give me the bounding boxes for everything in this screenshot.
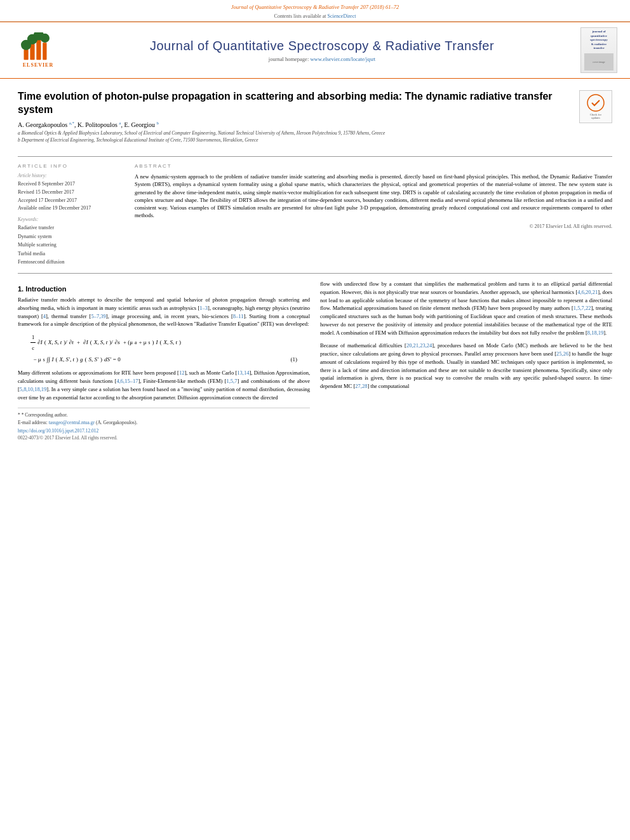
available-date: Available online 19 December 2017 (18, 204, 126, 213)
journal-citation: Journal of Quantitative Spectroscopy & R… (231, 4, 399, 10)
revised-date: Revised 15 December 2017 (18, 189, 126, 197)
check-updates-badge: Check forupdates (579, 90, 612, 123)
equation-number: (1) (291, 354, 298, 365)
abstract-col: ABSTRACT A new dynamic-system approach t… (135, 163, 612, 267)
paper-title-text: Time evolution of photon-pulse propagati… (18, 90, 573, 145)
equation-row-2: − μs ∫∫ I(X, S', t)g(S, S')dS' = 0 (1) (30, 354, 297, 365)
contents-label: Contents lists available at (274, 13, 326, 19)
article-info-col: ARTICLE INFO Article history: Received 8… (18, 163, 126, 267)
doi-link[interactable]: https://doi.org/10.1016/j.jqsrt.2017.12.… (18, 428, 98, 434)
article-info-header: ARTICLE INFO (18, 163, 126, 169)
elsevier-tree-icon (19, 32, 57, 61)
abstract-text: A new dynamic-system approach to the pro… (135, 173, 612, 220)
header-section: ELSEVIER Journal of Quantitative Spectro… (0, 22, 630, 79)
body-col-left: 1. Introduction Radiative transfer model… (18, 280, 310, 441)
top-journal-bar: Journal of Quantitative Spectroscopy & R… (0, 0, 630, 11)
elsevier-logo-area: ELSEVIER (13, 32, 64, 68)
keyword-4: Turbid media (18, 250, 126, 258)
body-col-right: flow with undirected flow by a constant … (320, 280, 612, 441)
accepted-date: Accepted 17 December 2017 (18, 197, 126, 205)
copyright-line: © 2017 Elsevier Ltd. All rights reserved… (135, 223, 612, 229)
footnote-area: * * Corresponding author. E-mail address… (18, 408, 310, 441)
article-content: Time evolution of photon-pulse propagati… (0, 79, 630, 441)
equation-row-1: 1c ∂I(X, S, t)/∂t + ∂I(X, S, t)/∂s + (μa… (30, 332, 297, 353)
sciencedirect-link[interactable]: ScienceDirect (328, 13, 356, 19)
affiliation-a: a Biomedical Optics & Applied Biophysics… (18, 130, 573, 137)
section-1-title: 1. Introduction (18, 285, 310, 293)
journal-title-center: Journal of Quantitative Spectroscopy & R… (72, 39, 572, 62)
authors-text: A. Georgakopoulos a,*, K. Politopoulos a… (18, 121, 159, 128)
journal-title-main: Journal of Quantitative Spectroscopy & R… (72, 39, 572, 53)
authors-line: A. Georgakopoulos a,*, K. Politopoulos a… (18, 121, 573, 128)
section-divider-1 (18, 156, 612, 157)
corresponding-author: * * Corresponding author. (18, 411, 310, 418)
page-wrapper: Journal of Quantitative Spectroscopy & R… (0, 0, 630, 840)
keyword-5: Femtosecond diffusion (18, 258, 126, 267)
corresponding-label: * Corresponding author. (22, 412, 68, 418)
email-suffix: (A. Georgakopoulos). (96, 420, 137, 425)
svg-rect-0 (24, 50, 29, 60)
keyword-3: Multiple scattering (18, 241, 126, 250)
intro-para-2: Many different solutions or approximatio… (18, 369, 310, 401)
fraction-1c: 1c (30, 332, 36, 353)
elsevier-label: ELSEVIER (23, 62, 53, 68)
abstract-header: ABSTRACT (135, 163, 612, 169)
journal-thumbnail: journal ofquantitativespectroscopy& radi… (580, 27, 617, 73)
paper-title: Time evolution of photon-pulse propagati… (18, 90, 573, 117)
email-link[interactable]: tassgeo@central.ntua.gr (49, 420, 95, 425)
email-footnote: E-mail address: tassgeo@central.ntua.gr … (18, 419, 310, 426)
journal-homepage: journal homepage: www.elsevier.com/locat… (72, 56, 572, 62)
history-label: Article history: (18, 173, 126, 178)
body-two-col: 1. Introduction Radiative transfer model… (18, 280, 612, 441)
keyword-2: Dynamic system (18, 232, 126, 241)
doi-line: https://doi.org/10.1016/j.jqsrt.2017.12.… (18, 428, 310, 434)
svg-point-6 (41, 34, 50, 43)
intro-para-1: Radiative transfer models attempt to des… (18, 296, 310, 328)
contents-bar: Contents lists available at ScienceDirec… (0, 11, 630, 22)
svg-rect-7 (43, 43, 46, 60)
keywords-label: Keywords: (18, 217, 126, 222)
received-date: Received 8 September 2017 (18, 180, 126, 189)
affiliation-b: b Department of Electrical Engineering, … (18, 137, 573, 144)
right-para-1: flow with undirected flow by a constant … (320, 280, 612, 337)
issn-line: 0022-4073/© 2017 Elsevier Ltd. All right… (18, 435, 310, 441)
check-updates-icon (587, 94, 605, 112)
svg-point-8 (587, 95, 604, 111)
paper-title-section: Time evolution of photon-pulse propagati… (18, 79, 612, 150)
keyword-1: Radiative transfer (18, 223, 126, 232)
section-divider-2 (18, 273, 612, 274)
right-para-2: Because of mathematical difficulties [20… (320, 342, 612, 390)
homepage-label: journal homepage: (269, 56, 309, 62)
info-abstract-section: ARTICLE INFO Article history: Received 8… (18, 163, 612, 267)
equation-block: 1c ∂I(X, S, t)/∂t + ∂I(X, S, t)/∂s + (μa… (30, 332, 297, 365)
homepage-link[interactable]: www.elsevier.com/locate/jqsrt (310, 56, 375, 62)
email-label: E-mail address: (18, 420, 48, 425)
